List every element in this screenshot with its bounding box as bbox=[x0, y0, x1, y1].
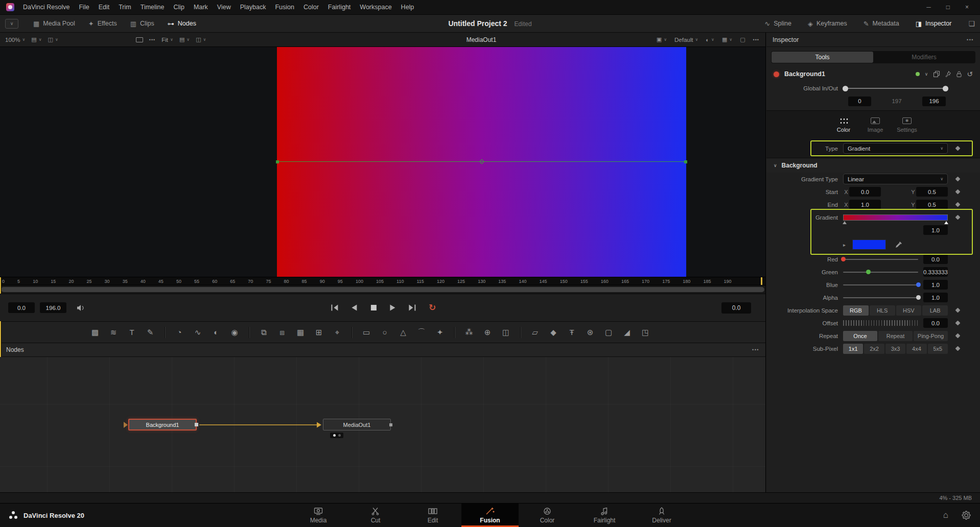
spline-button[interactable]: ∿Spline bbox=[758, 20, 798, 28]
loop-button[interactable]: ↻ bbox=[429, 304, 436, 312]
fusion-tool-button[interactable]: ⊕ bbox=[479, 326, 496, 339]
menu-item[interactable]: Playback bbox=[236, 0, 271, 14]
render-range-end-marker[interactable] bbox=[761, 277, 762, 285]
nodes-button[interactable]: ⊶Nodes bbox=[161, 15, 203, 32]
keyframe-diamond[interactable] bbox=[955, 189, 960, 195]
media-pool-button[interactable]: ▦Media Pool bbox=[27, 15, 82, 32]
interpolation-option-button[interactable]: HLS bbox=[870, 305, 895, 316]
keyframe-diamond[interactable] bbox=[955, 146, 960, 151]
range-start-handle[interactable] bbox=[843, 86, 848, 91]
blue-slider[interactable] bbox=[843, 281, 918, 289]
keyframe-diamond[interactable] bbox=[955, 346, 960, 351]
fusion-tool-button[interactable]: ◳ bbox=[637, 326, 654, 339]
keyframe-diamond[interactable] bbox=[955, 202, 960, 207]
end-x-field[interactable]: 1.0 bbox=[849, 200, 881, 209]
audio-speaker-icon[interactable] bbox=[76, 304, 86, 312]
repeat-option-button[interactable]: Ping-Pong bbox=[914, 331, 948, 341]
keyframes-button[interactable]: ◈Keyframes bbox=[801, 20, 854, 28]
tab-settings[interactable]: ✱Settings bbox=[892, 117, 922, 133]
goto-start-button[interactable] bbox=[330, 304, 340, 312]
clips-button[interactable]: ▥Clips bbox=[124, 15, 161, 32]
fusion-tool-button[interactable]: ∿ bbox=[190, 326, 206, 339]
fusion-tool-button[interactable]: ◢ bbox=[619, 326, 635, 339]
stop-button[interactable] bbox=[368, 304, 379, 312]
gradient-start-handle[interactable] bbox=[276, 160, 279, 163]
alpha-slider[interactable] bbox=[843, 294, 918, 302]
interpolation-option-button[interactable]: LAB bbox=[922, 305, 948, 316]
current-time-field[interactable]: 0.0 bbox=[721, 302, 751, 314]
node-graph[interactable]: Background1 MediaOut1 bbox=[0, 357, 765, 492]
start-y-field[interactable]: 0.5 bbox=[916, 187, 948, 197]
menu-item[interactable]: Edit bbox=[94, 0, 114, 14]
fit-dropdown[interactable]: Fit∨ bbox=[161, 37, 173, 43]
menu-item[interactable]: Fusion bbox=[270, 0, 299, 14]
eyedropper-icon[interactable] bbox=[895, 241, 902, 249]
menu-item[interactable]: Help bbox=[396, 0, 419, 14]
page-tab-edit[interactable]: Edit bbox=[404, 504, 461, 527]
repeat-option-button[interactable]: Repeat bbox=[878, 331, 913, 341]
viewer-assign-indicator[interactable] bbox=[330, 433, 343, 438]
maximize-icon[interactable]: □ bbox=[946, 4, 950, 11]
rendered-gradient-image[interactable] bbox=[277, 47, 686, 277]
alpha-value-field[interactable]: 1.0 bbox=[923, 293, 948, 302]
metadata-button[interactable]: ✎Metadata bbox=[857, 20, 906, 28]
play-button[interactable] bbox=[388, 304, 398, 312]
view-mode-dropdown[interactable]: ◫∨ bbox=[196, 36, 206, 43]
pin-icon[interactable] bbox=[944, 70, 951, 78]
page-tab-color[interactable]: Color bbox=[519, 504, 576, 527]
viewer-left-options-icon[interactable]: ••• bbox=[149, 37, 155, 42]
home-icon[interactable]: ⌂ bbox=[943, 511, 948, 519]
nodes-options-icon[interactable]: ••• bbox=[752, 347, 759, 352]
fusion-tool-button[interactable]: ▢ bbox=[600, 326, 617, 339]
monitor-icon[interactable] bbox=[136, 37, 143, 42]
node-mediaout1[interactable]: MediaOut1 bbox=[323, 419, 391, 430]
lut-dropdown[interactable]: Default∨ bbox=[674, 37, 698, 43]
page-tab-deliver[interactable]: Deliver bbox=[633, 504, 690, 527]
page-tab-fairlight[interactable]: Fairlight bbox=[576, 504, 633, 527]
tab-tools[interactable]: Tools bbox=[772, 52, 873, 63]
gradient-color-swatch[interactable] bbox=[852, 239, 886, 250]
fusion-tool-button[interactable]: ▩ bbox=[87, 326, 103, 339]
expand-color-icon[interactable]: ▸ bbox=[843, 242, 846, 248]
channel-dropdown[interactable]: ◫∨ bbox=[48, 36, 58, 43]
keyframe-diamond[interactable] bbox=[955, 215, 960, 220]
menu-item[interactable]: Workspace bbox=[355, 0, 396, 14]
fusion-tool-button[interactable]: ⧈ bbox=[274, 326, 290, 339]
fusion-tool-button[interactable]: ⌒ bbox=[413, 326, 430, 339]
fusion-tool-button[interactable]: ▱ bbox=[527, 326, 543, 339]
subpixel-option-button[interactable]: 4x4 bbox=[906, 344, 926, 354]
checker-dropdown[interactable]: ▦∨ bbox=[722, 36, 732, 43]
fusion-tool-button[interactable]: ▦ bbox=[292, 326, 309, 339]
page-tab-cut[interactable]: Cut bbox=[347, 504, 404, 527]
close-icon[interactable]: × bbox=[965, 4, 969, 11]
gradient-end-handle[interactable] bbox=[684, 160, 687, 163]
gradient-center-handle[interactable] bbox=[479, 159, 484, 164]
goto-end-button[interactable] bbox=[407, 304, 417, 312]
fusion-tool-button[interactable]: ✦ bbox=[432, 326, 448, 339]
split-view-dropdown[interactable]: ▣∨ bbox=[657, 36, 667, 43]
viewer1-dot[interactable] bbox=[333, 434, 336, 437]
viewer2-dot[interactable] bbox=[338, 434, 341, 437]
buffer-a-dropdown[interactable]: ▤∨ bbox=[31, 36, 41, 43]
menu-item[interactable]: Mark bbox=[189, 0, 213, 14]
page-tab-fusion[interactable]: Fusion bbox=[461, 504, 519, 527]
repeat-option-button[interactable]: Once bbox=[843, 331, 877, 341]
node-enabled-indicator[interactable] bbox=[916, 72, 920, 76]
gear-icon[interactable] bbox=[962, 511, 971, 520]
menu-item[interactable]: DaVinci Resolve bbox=[18, 0, 74, 14]
range-in-field[interactable]: 0.0 bbox=[8, 302, 35, 313]
end-y-field[interactable]: 0.5 bbox=[916, 200, 948, 209]
tab-color[interactable]: Color bbox=[829, 117, 858, 133]
type-dropdown[interactable]: Gradient∨ bbox=[843, 143, 948, 154]
offset-scrub-control[interactable] bbox=[843, 320, 918, 326]
gradient-stop-end[interactable] bbox=[944, 221, 948, 224]
keyframe-diamond[interactable] bbox=[955, 333, 960, 339]
keyframe-diamond[interactable] bbox=[955, 321, 960, 326]
versions-icon[interactable] bbox=[933, 70, 940, 78]
timeline-scrollbar[interactable] bbox=[0, 285, 765, 294]
blue-value-field[interactable]: 1.0 bbox=[923, 280, 948, 290]
menu-item[interactable]: File bbox=[74, 0, 94, 14]
fusion-tool-button[interactable]: △ bbox=[395, 326, 411, 339]
fusion-tool-button[interactable]: T bbox=[124, 326, 140, 339]
menu-item[interactable]: View bbox=[213, 0, 236, 14]
